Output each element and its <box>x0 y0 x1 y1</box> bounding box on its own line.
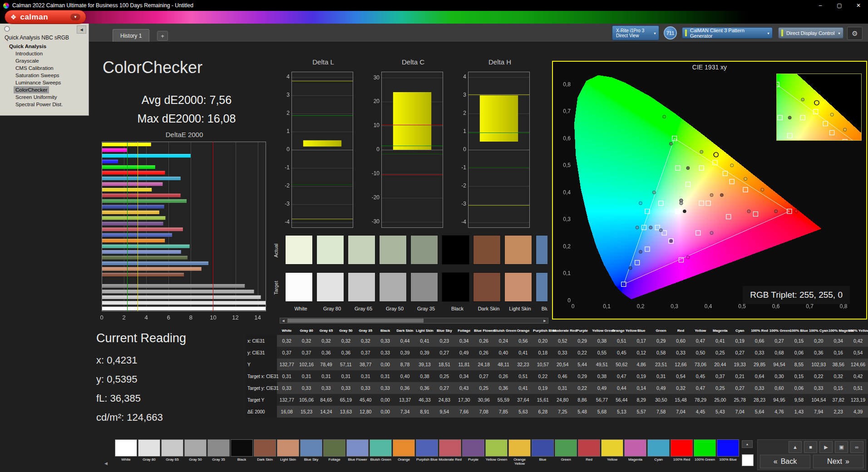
sidebar-item-introduction[interactable]: Introduction <box>14 50 89 57</box>
table-cell: 7,58 <box>651 406 671 418</box>
maximize-button[interactable]: ▢ <box>830 0 849 11</box>
sidebar-item-screen-uniformity[interactable]: Screen Uniformity <box>14 93 89 101</box>
patch-button-yellow-green[interactable]: Yellow Green <box>485 439 508 466</box>
swatch-target-blue-sky[interactable] <box>536 272 547 302</box>
table-row-target-y: Target Y132,77105,0684,6565,1945,400,001… <box>245 394 868 406</box>
patch-button-yellow[interactable]: Yellow <box>601 439 624 466</box>
sidebar-item-saturation-sweeps[interactable]: Saturation Sweeps <box>14 72 89 79</box>
patch-button-bluish-green[interactable]: Bluish Green <box>369 439 392 466</box>
swatch-target-gray-50[interactable] <box>379 272 407 302</box>
eject-icon[interactable]: ▲ <box>789 441 802 453</box>
patch-button-100-blue[interactable]: 100% Blue <box>716 439 740 466</box>
table-cell: 0,31 <box>552 382 572 394</box>
stop-icon[interactable]: ■ <box>804 441 817 453</box>
table-cell: 0,58 <box>651 347 671 359</box>
row-label: Y <box>245 359 277 370</box>
table-header-row: WhiteGray 80Gray 65Gray 50Gray 35BlackDa… <box>245 326 868 335</box>
minimize-button[interactable]: – <box>811 0 830 11</box>
col-header-100-green: 100% Green <box>769 326 789 335</box>
swatch-target-light-skin[interactable] <box>504 272 532 302</box>
patch-button-magenta[interactable]: Magenta <box>624 439 647 466</box>
patch-color-cyan <box>647 439 670 457</box>
swatch-target-dark-skin[interactable] <box>473 272 501 302</box>
patch-label: Light Skin <box>276 457 300 462</box>
swatch-actual-dark-skin[interactable] <box>473 235 501 265</box>
swatch-actual-black[interactable] <box>442 235 469 265</box>
swatch-actual-gray-35[interactable] <box>410 235 438 265</box>
patch-button-purplish-blue[interactable]: Purplish Blue <box>415 439 439 466</box>
swatch-actual-gray-80[interactable] <box>316 235 344 265</box>
sidebar-item-spectral-power-dist[interactable]: Spectral Power Dist. <box>14 101 89 108</box>
pattern-window-button[interactable] <box>742 454 754 466</box>
swatch-grid-scrollbar[interactable]: ◀ ▶ <box>280 318 548 324</box>
sidebar-item-colorchecker[interactable]: ColorChecker <box>14 86 49 93</box>
add-tab-button[interactable]: + <box>157 31 168 41</box>
patch-button-gray-65[interactable]: Gray 65 <box>161 439 184 466</box>
table-cell: 0,15 <box>789 370 809 382</box>
sidebar-item-luminance-sweeps[interactable]: Luminance Sweeps <box>14 79 89 86</box>
patch-button-dark-skin[interactable]: Dark Skin <box>253 439 276 466</box>
window-icon[interactable]: ▣ <box>835 441 848 453</box>
patch-button-100-green[interactable]: 100% Green <box>693 439 716 466</box>
sidebar-collapse-button[interactable]: ◀ <box>77 25 86 34</box>
table-cell: 0,38 <box>415 370 434 382</box>
chevron-down-icon: ▼ <box>838 31 841 34</box>
infinity-icon[interactable]: ∞ <box>850 441 863 453</box>
patch-button-cyan[interactable]: Cyan <box>647 439 670 466</box>
patch-button-gray-50[interactable]: Gray 50 <box>184 439 207 466</box>
record-indicator-icon[interactable] <box>4 26 10 32</box>
patch-button-gray-80[interactable]: Gray 80 <box>138 439 161 466</box>
patch-button-black[interactable]: Black <box>230 439 253 466</box>
sidebar-item-grayscale[interactable]: Grayscale <box>14 57 89 64</box>
patch-button-blue[interactable]: Blue <box>531 439 554 466</box>
patch-button-blue-sky[interactable]: Blue Sky <box>300 439 323 466</box>
patch-color-blue-sky <box>300 439 322 457</box>
patch-button-purple[interactable]: Purple <box>462 439 485 466</box>
close-button[interactable]: ✕ <box>849 0 868 11</box>
scroll-right-icon[interactable]: ▶ <box>542 318 548 323</box>
swatch-actual-light-skin[interactable] <box>504 235 532 265</box>
swatch-target-black[interactable] <box>442 272 469 302</box>
table-cell: 0,36 <box>809 347 829 359</box>
swatch-target-white[interactable] <box>285 272 313 302</box>
patch-button-moderate-red[interactable]: Moderate Red <box>439 439 462 466</box>
swatch-actual-gray-65[interactable] <box>348 235 375 265</box>
calman-logo-text: calman <box>20 13 48 22</box>
strip-up-icon[interactable]: ▲ <box>742 440 753 448</box>
table-cell: 12,80 <box>356 406 375 418</box>
pattern-generator-dropdown[interactable]: CalMAN Client 3 Pattern Generator ▼ <box>682 27 773 39</box>
patch-button-red[interactable]: Red <box>577 439 601 466</box>
swatch-actual-blue-sky[interactable] <box>536 235 547 265</box>
swatch-target-gray-80[interactable] <box>316 272 344 302</box>
patch-button-orange[interactable]: Orange <box>392 439 415 466</box>
patch-color-gray-50 <box>184 439 207 457</box>
patch-button-100-red[interactable]: 100% Red <box>670 439 693 466</box>
patch-color-blue-flower <box>346 439 369 457</box>
swatch-target-gray-65[interactable] <box>348 272 375 302</box>
settings-gear-button[interactable]: ⚙ <box>847 27 863 40</box>
patch-button-blue-flower[interactable]: Blue Flower <box>346 439 369 466</box>
display-control-dropdown[interactable]: Direct Display Control ▼ <box>778 27 843 39</box>
calman-logo-menu[interactable]: ❖ calman ▼ <box>5 10 86 24</box>
sidebar-item-quick-analysis[interactable]: Quick Analysis <box>7 43 89 50</box>
patch-button-foliage[interactable]: Foliage <box>323 439 346 466</box>
play-icon[interactable]: ▶ <box>819 441 833 453</box>
patch-button-light-skin[interactable]: Light Skin <box>276 439 300 466</box>
swatch-target-gray-35[interactable] <box>410 272 438 302</box>
next-button[interactable]: Next » <box>813 455 863 468</box>
swatch-actual-white[interactable] <box>285 235 313 265</box>
meter-dropdown[interactable]: X-Rite i1Pro 3 Direct View ▼ <box>612 25 659 40</box>
patch-button-green[interactable]: Green <box>554 439 577 466</box>
patch-button-white[interactable]: White <box>114 439 138 466</box>
swatch-actual-gray-50[interactable] <box>379 235 407 265</box>
tab-history-1[interactable]: History 1 <box>113 29 149 42</box>
scrollbar-thumb[interactable] <box>287 319 424 323</box>
strip-scroll-left-icon[interactable]: ◀ <box>104 461 108 466</box>
scroll-left-icon[interactable]: ◀ <box>280 318 286 323</box>
back-button[interactable]: « Back <box>760 455 810 468</box>
patch-button-orange-yellow[interactable]: Orange Yellow <box>508 439 531 466</box>
col-header-magenta: Magenta <box>710 326 730 335</box>
patch-button-gray-35[interactable]: Gray 35 <box>207 439 230 466</box>
table-cell: 0,25 <box>710 382 730 394</box>
sidebar-item-cms-calibration[interactable]: CMS Calibration <box>14 64 89 72</box>
